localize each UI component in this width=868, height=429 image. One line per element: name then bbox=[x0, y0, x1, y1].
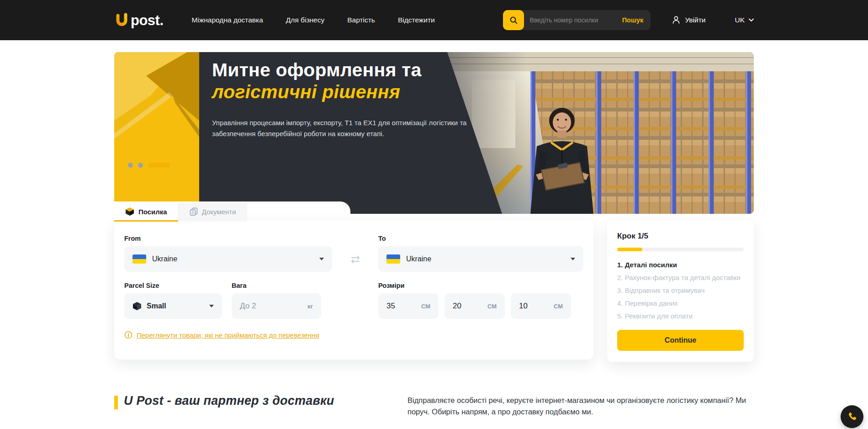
section-description: Відправляєте особисті речі, керуєте інте… bbox=[408, 395, 754, 418]
package-icon bbox=[125, 207, 134, 216]
ukraine-flag-icon bbox=[386, 254, 400, 264]
wizard-progress-bar bbox=[617, 248, 744, 251]
carousel-dot[interactable] bbox=[128, 163, 133, 168]
chevron-down-icon bbox=[749, 18, 754, 22]
wizard-step-4: 4. Перевірка даних bbox=[617, 299, 744, 307]
dimension-width-value: 20 bbox=[453, 302, 461, 311]
parcel-size-icon bbox=[132, 302, 142, 311]
restricted-goods-link[interactable]: Переглянути товари, які не приймаються д… bbox=[137, 331, 319, 339]
partner-section: U Post - ваш партнер з доставки Відправл… bbox=[114, 394, 754, 425]
brand-logo[interactable]: post. bbox=[114, 13, 164, 27]
nav-item-pricing[interactable]: Вартість bbox=[347, 16, 375, 24]
logo-u-icon bbox=[114, 13, 130, 27]
tab-documents[interactable]: Документи bbox=[178, 203, 247, 222]
tab-parcel-label: Посилка bbox=[138, 208, 167, 216]
tracking-search: Пошук bbox=[503, 10, 651, 30]
caret-down-icon bbox=[571, 258, 575, 260]
login-button[interactable]: Увійти bbox=[672, 16, 705, 25]
caret-down-icon bbox=[319, 258, 324, 260]
hero-title-line1: Митне оформлення та bbox=[212, 59, 421, 80]
weight-value: До 2 bbox=[240, 302, 256, 311]
dimension-length-input[interactable]: 35 СМ bbox=[378, 293, 439, 319]
shipment-form-card: From Ukraine To Ukraine bbox=[114, 220, 593, 360]
dimension-unit: СМ bbox=[487, 303, 497, 310]
info-icon bbox=[124, 331, 132, 339]
hero-banner: Митне оформлення та логістичні рішення У… bbox=[114, 52, 754, 214]
parcel-size-select[interactable]: Small bbox=[124, 293, 222, 319]
call-chat-button[interactable] bbox=[841, 405, 863, 428]
dimension-width-input[interactable]: 20 СМ bbox=[445, 293, 505, 319]
hero-title-line2: логістичні рішення bbox=[212, 81, 400, 102]
search-icon-button[interactable] bbox=[503, 10, 524, 30]
wizard-step-5: 5. Реквізити для оплати bbox=[617, 312, 744, 320]
wizard-step-3: 3. Відправник та отримувач bbox=[617, 286, 744, 294]
wizard-step-list: 1. Деталі посилки 2. Рахунок-фактура та … bbox=[617, 261, 744, 320]
dimension-unit: СМ bbox=[421, 303, 430, 310]
tab-parcel[interactable]: Посилка bbox=[114, 203, 178, 222]
wizard-progress-fill bbox=[617, 248, 642, 251]
wizard-steps-card: Крок 1/5 1. Деталі посилки 2. Рахунок-фа… bbox=[607, 220, 754, 362]
hero-section: Митне оформлення та логістичні рішення У… bbox=[114, 52, 754, 220]
dimension-height-input[interactable]: 10 СМ bbox=[511, 293, 571, 319]
to-country-value: Ukraine bbox=[406, 255, 431, 263]
language-label: UK bbox=[735, 16, 745, 24]
dimension-height-value: 10 bbox=[519, 302, 528, 311]
carousel-dot[interactable] bbox=[138, 163, 143, 168]
search-icon bbox=[509, 16, 518, 25]
logo-text: post. bbox=[131, 14, 164, 27]
language-selector[interactable]: UK bbox=[735, 16, 754, 24]
dimension-length-value: 35 bbox=[386, 302, 395, 311]
nav-item-business[interactable]: Для бізнесу bbox=[286, 16, 324, 24]
yellow-envelope-image bbox=[114, 52, 199, 201]
dimensions-label: Розміри bbox=[378, 282, 583, 289]
user-icon bbox=[672, 16, 681, 25]
hero-text-block: Митне оформлення та логістичні рішення У… bbox=[212, 59, 486, 139]
search-submit-button[interactable]: Пошук bbox=[620, 16, 651, 24]
wizard-step-title: Крок 1/5 bbox=[617, 232, 744, 241]
swap-directions-icon[interactable] bbox=[350, 255, 361, 264]
weight-label: Вага bbox=[232, 282, 321, 289]
from-country-select[interactable]: Ukraine bbox=[124, 246, 332, 272]
carousel-dot-active[interactable] bbox=[148, 163, 170, 168]
tab-documents-label: Документи bbox=[202, 208, 236, 216]
heading-accent-bar bbox=[114, 396, 118, 409]
to-label: To bbox=[378, 235, 583, 242]
parcel-size-value: Small bbox=[147, 302, 166, 310]
login-label: Увійти bbox=[685, 16, 705, 24]
search-input[interactable] bbox=[524, 16, 620, 24]
top-navigation: post. Міжнародна доставка Для бізнесу Ва… bbox=[0, 0, 868, 40]
documents-icon bbox=[190, 207, 198, 216]
caret-down-icon bbox=[209, 305, 214, 307]
weight-unit: кг bbox=[307, 303, 313, 310]
nav-item-international[interactable]: Міжнародна доставка bbox=[192, 16, 263, 24]
dimension-unit: СМ bbox=[554, 303, 563, 310]
to-country-select[interactable]: Ukraine bbox=[378, 246, 583, 272]
section-heading: U Post - ваш партнер з доставки bbox=[124, 394, 334, 409]
from-country-value: Ukraine bbox=[152, 255, 177, 263]
parcel-size-label: Parcel Size bbox=[124, 282, 222, 289]
shipment-type-tabs: Посилка Документи bbox=[114, 203, 247, 222]
nav-item-track[interactable]: Відстежити bbox=[398, 16, 435, 24]
wizard-step-2: 2. Рахунок-фактура та деталі доставки bbox=[617, 274, 744, 281]
main-menu: Міжнародна доставка Для бізнесу Вартість… bbox=[192, 16, 435, 24]
phone-icon bbox=[847, 411, 857, 422]
hero-subtitle: Управління процесами імпорту, експорту, … bbox=[212, 117, 475, 139]
wizard-step-1: 1. Деталі посилки bbox=[617, 261, 744, 269]
from-label: From bbox=[124, 235, 332, 242]
ukraine-flag-icon bbox=[132, 254, 146, 264]
continue-button[interactable]: Continue bbox=[617, 330, 744, 351]
weight-input[interactable]: До 2 кг bbox=[232, 293, 321, 319]
hero-carousel-dots bbox=[128, 163, 170, 168]
